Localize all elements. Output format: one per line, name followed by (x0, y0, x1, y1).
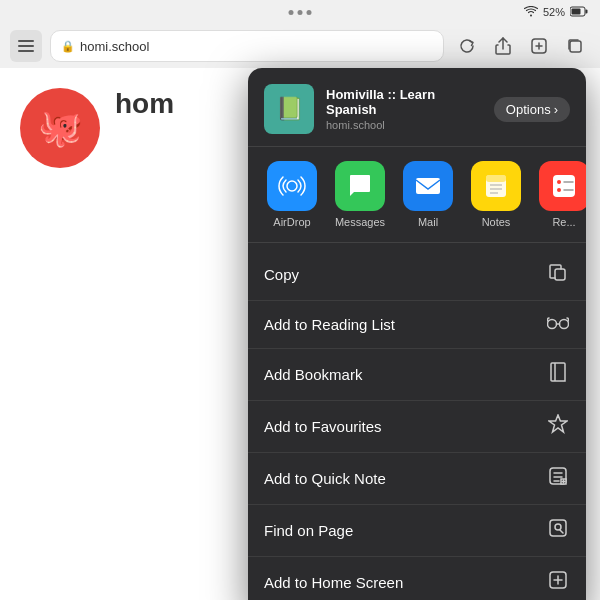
status-right: 52% (524, 6, 588, 19)
wifi-icon (524, 6, 538, 19)
options-button[interactable]: Options › (494, 97, 570, 122)
messages-label: Messages (335, 216, 385, 228)
reload-button[interactable] (452, 31, 482, 61)
svg-rect-29 (550, 520, 566, 536)
find-on-page-label: Find on Page (264, 522, 353, 539)
battery-icon (570, 6, 588, 19)
glasses-icon (546, 314, 570, 335)
share-site-url: homi.school (326, 119, 482, 131)
reminders-label: Re... (552, 216, 575, 228)
star-icon (546, 414, 570, 439)
quick-note-icon (546, 466, 570, 491)
new-tab-button[interactable] (524, 31, 554, 61)
svg-rect-3 (18, 40, 34, 42)
svg-rect-1 (586, 9, 588, 13)
book-icon (546, 362, 570, 387)
notes-label: Notes (482, 216, 511, 228)
share-info: Homivilla :: Learn Spanish homi.school (326, 87, 482, 131)
bookmark-label: Add Bookmark (264, 366, 362, 383)
address-bar: 🔒 homi.school (0, 24, 600, 68)
svg-rect-11 (486, 175, 506, 182)
status-dots (289, 10, 312, 15)
action-copy[interactable]: Copy (248, 249, 586, 301)
share-site-title: Homivilla :: Learn Spanish (326, 87, 482, 117)
page-title-text: hom (115, 88, 174, 120)
share-button[interactable] (488, 31, 518, 61)
app-item-notes[interactable]: Notes (462, 161, 530, 228)
svg-point-17 (557, 188, 561, 192)
svg-rect-20 (555, 269, 565, 280)
find-icon (546, 518, 570, 543)
airdrop-label: AirDrop (273, 216, 310, 228)
svg-marker-24 (549, 415, 567, 432)
action-find-on-page[interactable]: Find on Page (248, 505, 586, 557)
share-thumbnail: 📗 (264, 84, 314, 134)
action-quick-note[interactable]: Add to Quick Note (248, 453, 586, 505)
browser-background: 52% 🔒 homi.school (0, 0, 600, 600)
mail-label: Mail (418, 216, 438, 228)
app-item-reminders[interactable]: Re... (530, 161, 586, 228)
svg-point-16 (557, 180, 561, 184)
action-bookmark[interactable]: Add Bookmark (248, 349, 586, 401)
reading-list-label: Add to Reading List (264, 316, 395, 333)
copy-label: Copy (264, 266, 299, 283)
airdrop-icon (267, 161, 317, 211)
url-text: homi.school (80, 39, 149, 54)
quick-note-label: Add to Quick Note (264, 470, 386, 487)
status-bar: 52% (0, 0, 600, 24)
action-home-screen[interactable]: Add to Home Screen (248, 557, 586, 600)
toolbar-buttons (452, 31, 590, 61)
svg-rect-5 (18, 50, 34, 52)
svg-line-31 (560, 530, 563, 533)
url-bar[interactable]: 🔒 homi.school (50, 30, 444, 62)
share-sheet: 📗 Homivilla :: Learn Spanish homi.school… (248, 68, 586, 600)
messages-icon (335, 161, 385, 211)
svg-point-22 (560, 320, 569, 329)
app-item-mail[interactable]: Mail (394, 161, 462, 228)
share-header: 📗 Homivilla :: Learn Spanish homi.school… (248, 68, 586, 147)
svg-rect-15 (553, 175, 575, 197)
octopus-logo: 🐙 (20, 88, 100, 168)
action-favourites[interactable]: Add to Favourites (248, 401, 586, 453)
battery-percent: 52% (543, 6, 565, 18)
sidebar-button[interactable] (10, 30, 42, 62)
apps-row: AirDrop Messages Mail (248, 147, 586, 243)
svg-point-8 (287, 181, 297, 191)
notes-icon (471, 161, 521, 211)
lock-icon: 🔒 (61, 40, 75, 53)
plus-square-icon (546, 570, 570, 595)
favourites-label: Add to Favourites (264, 418, 382, 435)
tabs-button[interactable] (560, 31, 590, 61)
svg-rect-9 (416, 178, 440, 194)
app-item-airdrop[interactable]: AirDrop (258, 161, 326, 228)
svg-point-21 (548, 320, 557, 329)
home-screen-label: Add to Home Screen (264, 574, 403, 591)
svg-rect-4 (18, 45, 34, 47)
copy-icon (546, 262, 570, 287)
app-item-messages[interactable]: Messages (326, 161, 394, 228)
svg-rect-7 (570, 41, 581, 52)
action-list: Copy Add to Reading List (248, 243, 586, 600)
chevron-right-icon: › (554, 102, 558, 117)
svg-rect-2 (572, 8, 581, 14)
reminders-icon (539, 161, 586, 211)
mail-icon (403, 161, 453, 211)
action-reading-list[interactable]: Add to Reading List (248, 301, 586, 349)
svg-point-30 (555, 524, 561, 530)
